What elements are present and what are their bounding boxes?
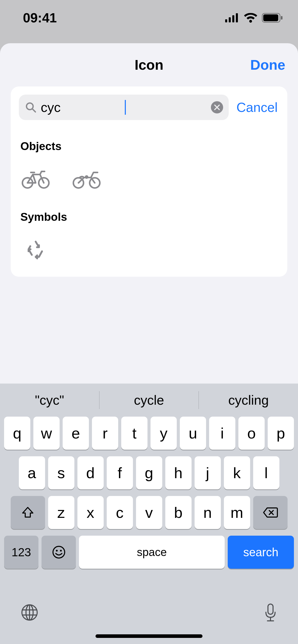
mic-icon[interactable] bbox=[263, 603, 278, 623]
svg-rect-0 bbox=[225, 19, 227, 22]
status-bar: 09:41 bbox=[0, 0, 298, 36]
key-x[interactable]: x bbox=[77, 496, 104, 529]
clear-search-button[interactable] bbox=[211, 101, 223, 113]
key-j[interactable]: j bbox=[195, 456, 221, 489]
svg-line-8 bbox=[32, 109, 35, 112]
key-q[interactable]: q bbox=[4, 417, 30, 450]
key-g[interactable]: g bbox=[136, 456, 162, 489]
search-field[interactable]: cyc bbox=[19, 95, 229, 120]
text-caret bbox=[125, 100, 126, 115]
key-shift[interactable] bbox=[11, 496, 45, 529]
key-u[interactable]: u bbox=[180, 417, 206, 450]
battery-icon bbox=[262, 13, 283, 23]
keyboard-row-1: q w e r t y u i o p bbox=[3, 417, 295, 450]
key-n[interactable]: n bbox=[195, 496, 221, 529]
svg-point-20 bbox=[60, 550, 62, 552]
key-b[interactable]: b bbox=[165, 496, 192, 529]
suggestion-1[interactable]: cycle bbox=[100, 392, 199, 408]
status-time: 09:41 bbox=[15, 10, 57, 25]
key-p[interactable]: p bbox=[268, 417, 294, 450]
suggestion-0[interactable]: "cyc" bbox=[0, 392, 99, 408]
key-d[interactable]: d bbox=[77, 456, 104, 489]
key-s[interactable]: s bbox=[48, 456, 74, 489]
suggestion-bar: "cyc" cycle cycling bbox=[0, 384, 298, 417]
done-button[interactable]: Done bbox=[250, 57, 286, 73]
screen: 09:41 Icon Done cyc bbox=[0, 0, 298, 644]
keyboard-row-3: z x c v b n m bbox=[3, 496, 295, 529]
keyboard-row-2: a s d f g h j k l bbox=[3, 456, 295, 489]
keyboard-rows: q w e r t y u i o p a s d f g h bbox=[0, 417, 298, 569]
search-input[interactable]: cyc bbox=[37, 100, 126, 115]
key-l[interactable]: l bbox=[253, 456, 279, 489]
key-v[interactable]: v bbox=[136, 496, 162, 529]
key-z[interactable]: z bbox=[48, 496, 74, 529]
svg-rect-26 bbox=[268, 604, 273, 614]
globe-icon[interactable] bbox=[20, 603, 39, 623]
key-k[interactable]: k bbox=[224, 456, 250, 489]
search-results-card: cyc Cancel Objects bbox=[11, 86, 287, 277]
key-m[interactable]: m bbox=[224, 496, 250, 529]
symbols-icon-row bbox=[19, 239, 279, 261]
keyboard: "cyc" cycle cycling q w e r t y u i o p bbox=[0, 384, 298, 644]
key-backspace[interactable] bbox=[253, 496, 288, 529]
motorcycle-icon[interactable] bbox=[71, 168, 102, 191]
key-space[interactable]: space bbox=[79, 536, 225, 569]
key-numbers[interactable]: 123 bbox=[4, 536, 38, 569]
key-e[interactable]: e bbox=[63, 417, 89, 450]
objects-icon-row bbox=[19, 168, 279, 191]
key-search[interactable]: search bbox=[228, 536, 294, 569]
section-header-symbols: Symbols bbox=[20, 211, 279, 223]
svg-rect-5 bbox=[263, 14, 278, 21]
svg-rect-2 bbox=[232, 15, 234, 22]
key-emoji[interactable] bbox=[42, 536, 76, 569]
svg-point-18 bbox=[53, 546, 65, 558]
wifi-icon bbox=[244, 13, 257, 23]
key-w[interactable]: w bbox=[33, 417, 60, 450]
search-row: cyc Cancel bbox=[19, 95, 279, 120]
svg-point-19 bbox=[56, 550, 58, 552]
key-r[interactable]: r bbox=[92, 417, 118, 450]
key-t[interactable]: t bbox=[121, 417, 147, 450]
key-h[interactable]: h bbox=[165, 456, 192, 489]
keyboard-row-4: 123 space search bbox=[3, 536, 295, 569]
cellular-signal-icon bbox=[225, 13, 239, 22]
cancel-button[interactable]: Cancel bbox=[236, 100, 279, 115]
svg-rect-3 bbox=[236, 13, 238, 22]
key-a[interactable]: a bbox=[19, 456, 45, 489]
sheet-title: Icon bbox=[134, 57, 163, 73]
svg-point-15 bbox=[86, 176, 88, 178]
home-indicator[interactable] bbox=[96, 634, 202, 638]
bicycle-icon[interactable] bbox=[20, 168, 51, 191]
key-f[interactable]: f bbox=[107, 456, 133, 489]
section-header-objects: Objects bbox=[20, 140, 279, 153]
emoji-icon bbox=[52, 545, 66, 559]
shift-icon bbox=[21, 506, 34, 519]
suggestion-2[interactable]: cycling bbox=[199, 392, 298, 408]
icon-picker-sheet: Icon Done cyc Cancel Objects bbox=[0, 43, 298, 644]
backspace-icon bbox=[263, 507, 278, 518]
svg-rect-1 bbox=[229, 17, 231, 22]
svg-rect-6 bbox=[281, 16, 282, 20]
key-c[interactable]: c bbox=[107, 496, 133, 529]
key-i[interactable]: i bbox=[209, 417, 235, 450]
sheet-header: Icon Done bbox=[0, 43, 298, 86]
search-icon bbox=[24, 101, 37, 114]
key-o[interactable]: o bbox=[238, 417, 265, 450]
recycle-icon[interactable] bbox=[20, 239, 51, 261]
key-y[interactable]: y bbox=[151, 417, 177, 450]
status-icons bbox=[225, 13, 283, 23]
